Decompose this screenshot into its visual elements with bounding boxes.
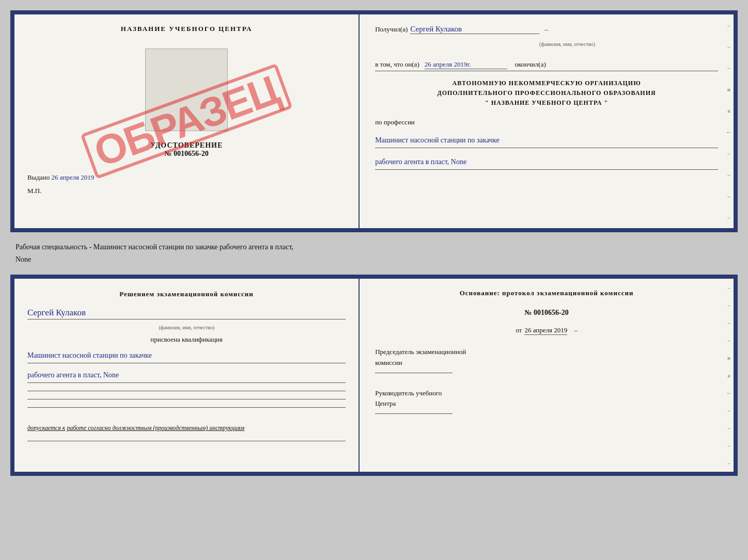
cert-title: НАЗВАНИЕ УЧЕБНОГО ЦЕНТРА [121,25,253,33]
cert-bottom-left: Решением экзаменационной комиссии Сергей… [14,279,360,472]
vydano-label: Выдано [27,173,50,181]
bottom-fio-hint: (фамилия, имя, отчество) [27,325,346,330]
middle-text-line2: None [15,253,733,266]
poluchil-name: Сергей Кулаков [410,25,539,34]
rukovoditel-sig-line [375,413,453,414]
org-line3: " НАЗВАНИЕ УЧЕБНОГО ЦЕНТРА " [375,98,718,108]
mp-label: М.П. [27,187,41,195]
okonchil-label: окончил(а) [515,60,546,69]
fio-hint-top: (фамилия, имя, отчество) [539,41,595,47]
vert-dashes: –––иа←–––– [724,14,734,228]
org-line1: АВТОНОМНУЮ НЕКОММЕРЧЕСКУЮ ОРГАНИЗАЦИЮ [375,78,718,88]
cert-left-panel: НАЗВАНИЕ УЧЕБНОГО ЦЕНТРА УДОСТОВЕРЕНИЕ №… [14,14,360,228]
vtom-date: 26 апреля 2019г. [425,60,507,69]
predsedatel-line2: комиссии [375,358,718,369]
po-professii: по профессии [375,118,718,126]
poluchil-label: Получил(а) [375,25,408,34]
vydano-date: 26 апреля 2019 [52,173,95,181]
sig-line-3 [27,407,346,408]
profession-line1: Машинист насосной станции по закачке [375,134,718,148]
cert-right-panel: Получил(а) Сергей Кулаков – (фамилия, им… [360,14,734,228]
sig-line-4 [27,441,346,441]
prisvoena-text: присвоена квалификация [27,335,346,344]
profession-line2: рабочего агента в пласт, None [375,155,718,170]
rukovoditel-line1: Руководитель учебного [375,388,718,399]
page-wrapper: НАЗВАНИЕ УЧЕБНОГО ЦЕНТРА УДОСТОВЕРЕНИЕ №… [10,10,738,476]
predsedatel-block: Председатель экзаменационной комиссии [375,347,718,373]
org-line2: ДОПОЛНИТЕЛЬНОГО ПРОФЕССИОНАЛЬНОГО ОБРАЗО… [375,88,718,98]
bottom-prof1: Машинист насосной станции по закачке [27,349,346,363]
org-block: АВТОНОМНУЮ НЕКОММЕРЧЕСКУЮ ОРГАНИЗАЦИЮ ДО… [375,78,718,108]
proto-num: № 0010656-20 [375,309,718,317]
bottom-name: Сергей Кулаков [27,308,346,319]
stamp-area [145,49,228,131]
proto-ot-label: от [516,326,522,334]
proto-date: от 26 апреля 2019 – [375,326,718,334]
sig-line-1 [27,391,346,391]
middle-text-area: Рабочая специальность - Машинист насосно… [10,238,738,268]
vydano-line: Выдано 26 апреля 2019 [27,173,346,182]
top-certificate: НАЗВАНИЕ УЧЕБНОГО ЦЕНТРА УДОСТОВЕРЕНИЕ №… [10,10,738,232]
cert-bottom-right: Основание: протокол экзаменационной коми… [360,279,734,472]
osnovanie-text: Основание: протокол экзаменационной коми… [375,289,718,297]
dopuskaetsya-work: работе согласно должностным (производств… [67,424,244,431]
predsedatel-sig-line [375,373,453,373]
bottom-prof2: рабочего агента в пласт, None [27,369,346,383]
predsedatel-line1: Председатель экзаменационной [375,347,718,358]
dopuskaetsya-text: допускается к работе согласно должностны… [27,423,346,433]
poluchil-line: Получил(а) Сергей Кулаков – [375,25,718,36]
komissia-text: Решением экзаменационной комиссии [27,289,346,300]
udost-block: УДОСТОВЕРЕНИЕ № 0010656-20 [150,141,223,158]
vert-marks-right: ––––иа←–––– [724,279,734,472]
rukovoditel-line2: Центра [375,398,718,409]
vtom-line: в том, что он(а) 26 апреля 2019г. окончи… [375,60,718,71]
middle-text-line1: Рабочая специальность - Машинист насосно… [15,241,733,253]
proto-date-val: 26 апреля 2019 [524,326,567,335]
bottom-certificate: Решением экзаменационной комиссии Сергей… [10,275,738,476]
rukovoditel-block: Руководитель учебного Центра [375,388,718,414]
dopuskaetsya-label: допускается к [27,424,65,431]
udost-title: УДОСТОВЕРЕНИЕ [150,141,223,150]
sig-line-2 [27,399,346,399]
vtom-label: в том, что он(а) [375,60,419,69]
udost-num: № 0010656-20 [150,150,223,158]
